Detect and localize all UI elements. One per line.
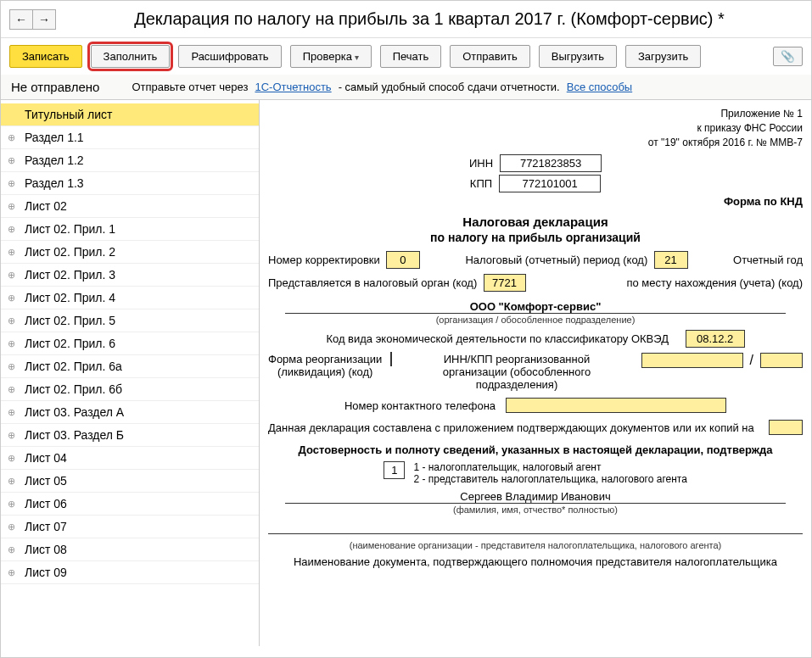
form-panel: Приложение № 1 к приказу ФНС России от "… xyxy=(260,100,811,646)
correction-label: Номер корректировки xyxy=(268,254,380,266)
send-button[interactable]: Отправить xyxy=(450,45,529,68)
knd-label: Форма по КНД xyxy=(724,195,803,208)
sidebar-item[interactable]: Лист 02. Прил. 6б xyxy=(1,378,259,401)
section-tree: Титульный лист Раздел 1.1 Раздел 1.2 Раз… xyxy=(1,100,260,646)
inn-field[interactable]: 7721823853 xyxy=(500,154,602,172)
docs-count-field[interactable] xyxy=(769,420,803,435)
person-name: Сергеев Владимир Иванович xyxy=(268,490,803,503)
sidebar-item[interactable]: Лист 02. Прил. 6а xyxy=(1,355,259,378)
rep-org-line xyxy=(268,533,803,534)
status-bar: Не отправлено Отправьте отчет через 1С-О… xyxy=(1,75,811,100)
sidebar-item-title-page[interactable]: Титульный лист xyxy=(1,103,259,126)
phone-label: Номер контактного телефона xyxy=(344,399,496,412)
sidebar-item[interactable]: Лист 02. Прил. 3 xyxy=(1,264,259,287)
person-hint: (фамилия, имя, отчество* полностью) xyxy=(285,503,786,515)
upload-button[interactable]: Выгрузить xyxy=(539,45,617,68)
sidebar-item[interactable]: Лист 06 xyxy=(1,493,259,516)
docs-label: Данная декларация составлена с приложени… xyxy=(268,421,764,434)
sidebar-item[interactable]: Раздел 1.2 xyxy=(1,149,259,172)
sidebar-item[interactable]: Лист 02. Прил. 4 xyxy=(1,287,259,309)
sidebar-item[interactable]: Раздел 1.3 xyxy=(1,172,259,195)
period-field[interactable]: 21 xyxy=(654,251,688,269)
send-status: Не отправлено xyxy=(11,80,99,94)
sidebar-item[interactable]: Лист 02. Прил. 1 xyxy=(1,218,259,241)
reorg-inn-label-1: ИНН/КПП реорганизованной xyxy=(400,353,632,365)
sidebar-item[interactable]: Раздел 1.1 xyxy=(1,126,259,149)
year-label: Отчетный год xyxy=(733,254,803,266)
authority-label: Представляется в налоговый орган (код) xyxy=(268,276,477,289)
sidebar-item[interactable]: Лист 09 xyxy=(1,561,259,584)
sidebar-item[interactable]: Лист 02. Прил. 5 xyxy=(1,309,259,332)
appendix-note: Приложение № 1 к приказу ФНС России от "… xyxy=(268,107,803,149)
sidebar-item[interactable]: Лист 03. Раздел А xyxy=(1,401,259,424)
inn-label: ИНН xyxy=(469,157,493,170)
sidebar-item[interactable]: Лист 05 xyxy=(1,470,259,493)
period-label: Налоговый (отчетный) период (код) xyxy=(465,254,647,266)
reorg-inn-label-3: подразделения) xyxy=(400,378,632,391)
form-subtitle: по налогу на прибыль организаций xyxy=(268,231,803,244)
toolbar: Записать Заполнить Расшифровать Проверка… xyxy=(1,38,811,75)
nav-back-button[interactable]: ← xyxy=(9,9,33,30)
confirm-title: Достоверность и полноту сведений, указан… xyxy=(268,443,803,456)
authority-field[interactable]: 7721 xyxy=(484,274,526,292)
phone-field[interactable] xyxy=(506,398,726,413)
write-button[interactable]: Записать xyxy=(9,45,82,68)
signer-desc: 1 - налогоплательщик, налоговый агент 2 … xyxy=(413,461,686,485)
sidebar-item[interactable]: Лист 07 xyxy=(1,516,259,538)
signer-code-field[interactable]: 1 xyxy=(384,461,405,479)
reorg-code-field[interactable] xyxy=(390,352,392,366)
reorg-inn-label-2: организации (обособленного xyxy=(400,365,632,378)
link-all-methods[interactable]: Все способы xyxy=(567,81,632,93)
check-button[interactable]: Проверка xyxy=(290,45,372,68)
okved-field[interactable]: 08.12.2 xyxy=(686,330,745,348)
org-hint: (организация / обособленное подразделени… xyxy=(285,313,786,325)
kpp-field[interactable]: 772101001 xyxy=(499,175,601,192)
sidebar-item[interactable]: Лист 03. Раздел Б xyxy=(1,424,259,447)
org-name: ООО "Комфорт-сервис" xyxy=(268,300,803,313)
print-button[interactable]: Печать xyxy=(380,45,442,68)
sidebar-item[interactable]: Лист 08 xyxy=(1,538,259,561)
status-text-2: - самый удобный способ сдачи отчетности. xyxy=(339,81,560,93)
sidebar-item[interactable]: Лист 02. Прил. 2 xyxy=(1,241,259,264)
nav-forward-button[interactable]: → xyxy=(32,9,56,30)
sidebar-item[interactable]: Лист 02 xyxy=(1,195,259,218)
doc-confirm-label: Наименование документа, подтверждающего … xyxy=(268,555,803,568)
form-title: Налоговая декларация xyxy=(268,215,803,229)
attach-button[interactable]: 📎 xyxy=(773,47,803,66)
place-label: по месту нахождения (учета) (код) xyxy=(626,276,803,289)
fill-button[interactable]: Заполнить xyxy=(91,45,171,68)
reorg-kpp-field[interactable] xyxy=(760,353,803,368)
status-text-1: Отправьте отчет через xyxy=(132,81,248,93)
download-button[interactable]: Загрузить xyxy=(625,45,701,68)
reorg-label-2: (ликвидация) (код) xyxy=(268,365,382,378)
correction-field[interactable]: 0 xyxy=(386,251,420,269)
sidebar-item[interactable]: Лист 04 xyxy=(1,447,259,470)
sidebar-item[interactable]: Лист 02. Прил. 6 xyxy=(1,332,259,355)
kpp-label: КПП xyxy=(470,177,492,190)
decode-button[interactable]: Расшифровать xyxy=(178,45,281,68)
slash-divider: / xyxy=(747,353,757,368)
reorg-label-1: Форма реорганизации xyxy=(268,353,382,365)
paperclip-icon: 📎 xyxy=(781,50,795,63)
rep-org-hint: (наименование организации - представител… xyxy=(285,539,786,550)
okved-label: Код вида экономической деятельности по к… xyxy=(326,332,669,345)
link-1c-report[interactable]: 1С-Отчетность xyxy=(255,81,331,93)
page-title: Декларация по налогу на прибыль за 1 ква… xyxy=(56,6,803,32)
reorg-inn-field[interactable] xyxy=(641,353,743,368)
